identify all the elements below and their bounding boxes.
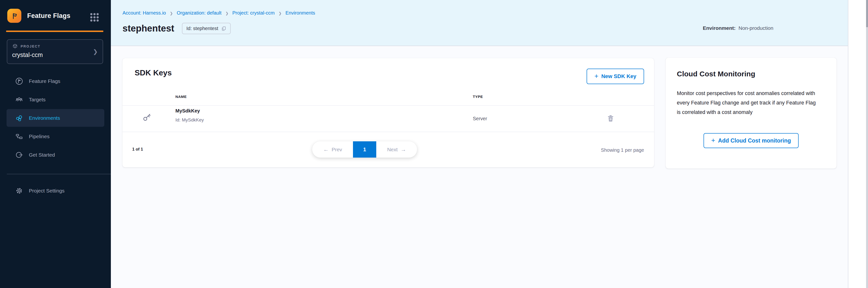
sdk-key-name: MySdkKey — [176, 108, 200, 114]
sdk-key-type: Server — [473, 116, 487, 122]
sidebar-item-environments[interactable]: Environments — [6, 109, 104, 127]
add-cloud-cost-monitoring-button[interactable]: + Add Cloud Cost monitoring — [704, 133, 799, 148]
sidebar-item-targets[interactable]: Targets — [6, 91, 104, 108]
sidebar-item-project-settings[interactable]: Project Settings — [6, 182, 104, 199]
main-content: SDK Keys + New SDK Key NAME TYPE MySdkKe… — [111, 46, 848, 288]
module-title: Feature Flags — [27, 12, 70, 20]
environment-type-value: Non-production — [739, 25, 773, 31]
plus-icon: + — [594, 73, 598, 80]
environment-type: Environment:Non-production — [703, 25, 773, 31]
delete-sdk-key-button[interactable] — [606, 114, 616, 123]
environment-id-chip[interactable]: Id: stephentest — [182, 23, 231, 34]
cloud-cost-title: Cloud Cost Monitoring — [677, 70, 825, 78]
next-page-button[interactable]: Next → — [376, 141, 417, 158]
arrow-right-icon: → — [401, 146, 406, 153]
copy-icon[interactable] — [221, 26, 226, 31]
breadcrumb-separator-icon: ❯ — [170, 11, 173, 15]
page-header: Account: Harness.io ❯ Organization: defa… — [111, 0, 848, 46]
environment-type-label: Environment: — [703, 25, 736, 31]
arrow-left-icon: ← — [323, 146, 329, 153]
sidebar-item-pipelines[interactable]: Pipelines — [6, 128, 104, 145]
flag-circle-icon — [15, 77, 24, 86]
table-divider — [123, 132, 654, 132]
cloud-cost-card: Cloud Cost Monitoring Monitor cost persp… — [666, 58, 836, 168]
breadcrumb-organization-link[interactable]: Organization: default — [177, 10, 222, 16]
sidebar-item-feature-flags[interactable]: Feature Flags — [6, 72, 104, 90]
sdk-key-icon — [142, 113, 152, 122]
page-title: stephentest — [123, 23, 174, 34]
breadcrumb-environments-link[interactable]: Environments — [285, 10, 315, 16]
scrollbar-track[interactable] — [866, 0, 868, 288]
feature-flags-logo-icon — [7, 9, 21, 23]
project-cube-icon — [12, 43, 18, 49]
prev-page-button[interactable]: ← Prev — [312, 141, 353, 158]
sidebar-nav: Feature Flags Targets — [0, 72, 111, 164]
per-page-label: Showing 1 per page — [601, 148, 644, 153]
column-header-type: TYPE — [473, 95, 483, 99]
breadcrumb-project-link[interactable]: Project: crystal-ccm — [232, 10, 275, 16]
sidebar-item-label: Targets — [29, 97, 45, 102]
next-label: Next — [387, 147, 398, 153]
project-name: crystal-ccm — [12, 52, 98, 58]
environments-hexagons-icon — [15, 114, 24, 122]
module-brand: Feature Flags — [7, 9, 70, 23]
breadcrumb: Account: Harness.io ❯ Organization: defa… — [123, 10, 315, 16]
new-sdk-key-button[interactable]: + New SDK Key — [587, 69, 644, 84]
sidebar-item-label: Project Settings — [29, 188, 65, 194]
add-cloud-cost-label: Add Cloud Cost monitoring — [718, 137, 791, 144]
gear-icon — [15, 186, 24, 195]
environment-id-value: Id: stephentest — [186, 26, 218, 31]
prev-label: Prev — [332, 147, 342, 153]
pipelines-icon — [15, 132, 24, 141]
new-sdk-key-label: New SDK Key — [601, 73, 636, 79]
table-divider — [123, 105, 654, 106]
cloud-cost-description: Monitor cost perspectives for cost anoma… — [677, 89, 820, 117]
get-started-icon — [15, 151, 24, 159]
sdk-keys-card: SDK Keys + New SDK Key NAME TYPE MySdkKe… — [123, 58, 654, 167]
sidebar: Feature Flags PROJECT crystal-ccm ❯ — [0, 0, 111, 288]
sidebar-divider — [7, 174, 111, 174]
sdk-keys-title: SDK Keys — [135, 68, 172, 77]
brand-accent-bar — [6, 31, 103, 32]
sdk-key-id: Id: MySdkKey — [176, 117, 204, 123]
column-header-name: NAME — [176, 95, 187, 99]
app-switcher-grid-icon[interactable] — [90, 13, 99, 22]
sidebar-item-label: Get Started — [29, 152, 55, 158]
sidebar-item-label: Pipelines — [29, 134, 50, 139]
breadcrumb-separator-icon: ❯ — [279, 11, 282, 15]
page-number-button[interactable]: 1 — [353, 141, 376, 158]
sidebar-item-get-started[interactable]: Get Started — [6, 146, 104, 164]
breadcrumb-account-link[interactable]: Account: Harness.io — [123, 10, 166, 16]
pagination-control: ← Prev 1 Next → — [312, 141, 417, 158]
project-selector[interactable]: PROJECT crystal-ccm ❯ — [7, 39, 103, 64]
scrollbar-thumb[interactable] — [866, 0, 868, 27]
chevron-right-icon: ❯ — [93, 48, 98, 55]
breadcrumb-separator-icon: ❯ — [225, 11, 228, 15]
targets-people-icon — [15, 95, 24, 104]
sidebar-item-label: Feature Flags — [29, 78, 60, 84]
app-window: Feature Flags PROJECT crystal-ccm ❯ — [0, 0, 868, 288]
sidebar-item-label: Environments — [29, 115, 60, 121]
project-label: PROJECT — [21, 44, 40, 48]
right-gutter-panel — [848, 0, 868, 288]
pagination-summary: 1 of 1 — [132, 147, 143, 152]
plus-icon: + — [711, 137, 715, 145]
